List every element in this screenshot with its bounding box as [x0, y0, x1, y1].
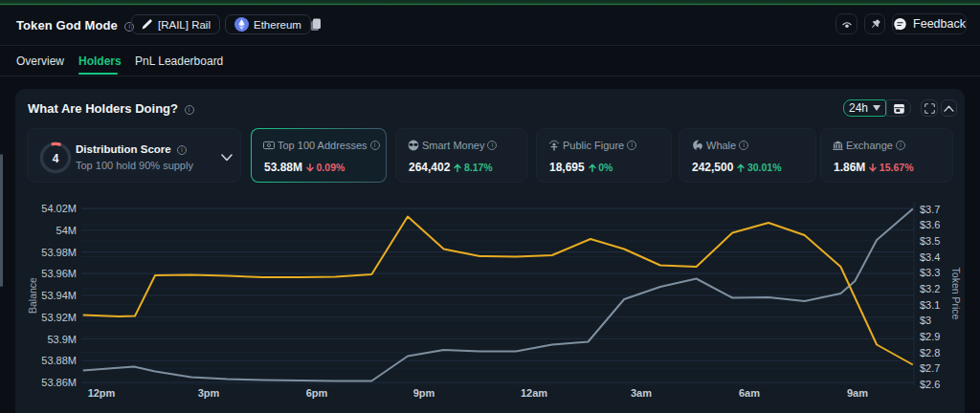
- svg-text:4: 4: [53, 152, 59, 165]
